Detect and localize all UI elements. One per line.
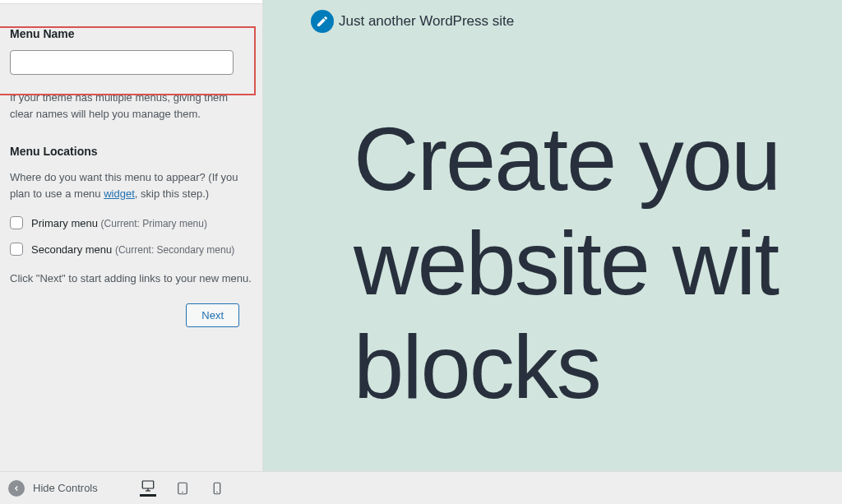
chevron-left-icon bbox=[12, 484, 21, 492]
site-preview: Just another WordPress site Create you w… bbox=[263, 0, 842, 471]
pencil-icon bbox=[316, 15, 329, 28]
tablet-preview-button[interactable] bbox=[174, 480, 191, 497]
primary-menu-label-text: Primary menu bbox=[31, 217, 98, 229]
primary-menu-row: Primary menu (Current: Primary menu) bbox=[10, 216, 252, 229]
secondary-menu-label-text: Secondary menu bbox=[31, 243, 112, 256]
top-strip bbox=[0, 0, 262, 4]
preview-header: Just another WordPress site bbox=[263, 0, 842, 33]
secondary-menu-checkbox[interactable] bbox=[10, 243, 23, 256]
widget-link[interactable]: widget bbox=[104, 187, 135, 200]
hero-line-1: Create you bbox=[354, 107, 842, 211]
mobile-icon bbox=[210, 481, 224, 496]
menu-locations-heading: Menu Locations bbox=[10, 145, 252, 158]
hero-line-2: website wit bbox=[354, 211, 842, 316]
secondary-menu-label: Secondary menu (Current: Secondary menu) bbox=[31, 243, 234, 256]
device-preview-icons bbox=[140, 480, 834, 497]
desktop-icon bbox=[141, 479, 155, 493]
secondary-menu-row: Secondary menu (Current: Secondary menu) bbox=[10, 243, 252, 256]
locations-help-suffix: , skip this step.) bbox=[135, 187, 209, 200]
next-help: Click "Next" to start adding links to yo… bbox=[10, 270, 252, 287]
footer-bar: Hide Controls bbox=[0, 471, 842, 504]
collapse-button[interactable] bbox=[8, 480, 25, 497]
edit-tagline-button[interactable] bbox=[311, 10, 334, 33]
menu-name-help: If your theme has multiple menus, giving… bbox=[10, 90, 252, 122]
mobile-preview-button[interactable] bbox=[209, 480, 225, 497]
svg-rect-0 bbox=[142, 481, 154, 488]
menu-name-section: Menu Name bbox=[10, 27, 252, 75]
menu-locations-help: Where do you want this menu to appear? (… bbox=[10, 169, 252, 201]
primary-menu-label: Primary menu (Current: Primary menu) bbox=[31, 217, 207, 229]
tablet-icon bbox=[175, 481, 190, 496]
next-button-row: Next bbox=[10, 303, 252, 327]
hide-controls-link[interactable]: Hide Controls bbox=[33, 482, 98, 494]
menu-locations-section: Menu Locations Where do you want this me… bbox=[10, 145, 252, 256]
secondary-menu-current: (Current: Secondary menu) bbox=[115, 244, 234, 256]
customizer-sidebar: Menu Name If your theme has multiple men… bbox=[0, 0, 263, 471]
site-tagline: Just another WordPress site bbox=[339, 13, 514, 30]
primary-menu-checkbox[interactable] bbox=[10, 216, 23, 229]
desktop-preview-button[interactable] bbox=[140, 480, 156, 497]
menu-name-input[interactable] bbox=[10, 50, 234, 75]
next-button[interactable]: Next bbox=[186, 303, 239, 327]
primary-menu-current: (Current: Primary menu) bbox=[101, 218, 207, 229]
hero-text: Create you website wit blocks bbox=[263, 33, 842, 419]
hero-line-3: blocks bbox=[354, 315, 842, 419]
menu-name-label: Menu Name bbox=[10, 27, 252, 40]
